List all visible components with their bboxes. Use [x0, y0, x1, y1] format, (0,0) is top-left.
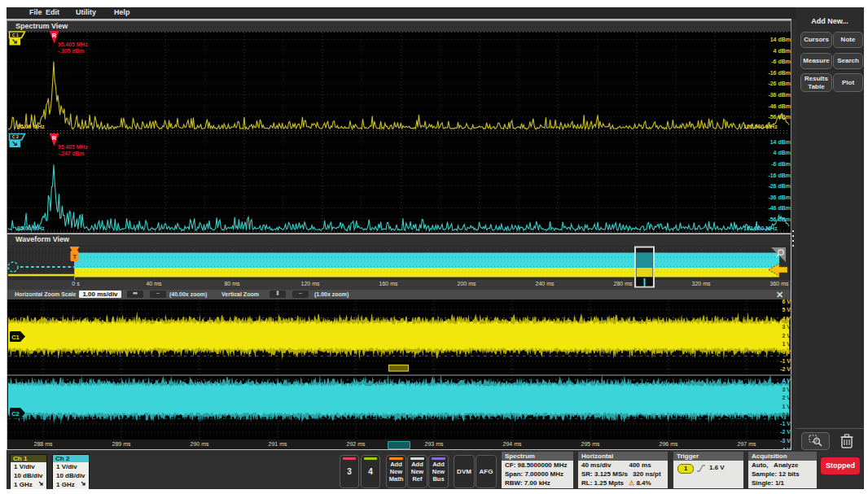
svg-text:-1 V: -1 V: [780, 421, 791, 426]
svg-text:0 V: 0 V: [782, 349, 791, 355]
svg-text:-3 V: -3 V: [780, 438, 791, 444]
svg-text:-2 V: -2 V: [780, 366, 791, 372]
svg-text:4 V: 4 V: [782, 378, 791, 383]
svg-text:-1 V: -1 V: [780, 358, 791, 364]
svg-text:2 V: 2 V: [782, 333, 791, 339]
svg-text:3 V: 3 V: [782, 387, 791, 392]
svg-text:0 V: 0 V: [782, 412, 791, 417]
svg-text:1 V: 1 V: [782, 341, 791, 347]
svg-text:4 V: 4 V: [782, 316, 791, 321]
svg-text:-2 V: -2 V: [780, 429, 791, 435]
svg-text:2 V: 2 V: [782, 395, 791, 400]
svg-text:1 V: 1 V: [782, 404, 791, 409]
svg-text:3 V: 3 V: [782, 324, 791, 330]
svg-text:5 V: 5 V: [782, 307, 791, 313]
svg-text:6 V: 6 V: [782, 299, 791, 304]
